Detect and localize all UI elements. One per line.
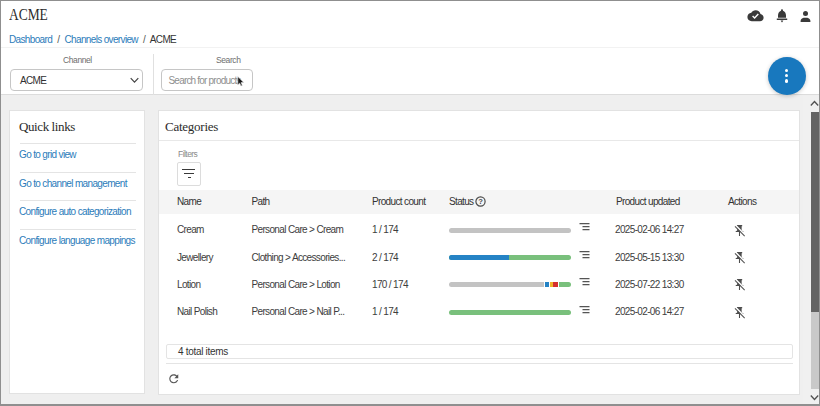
svg-text:?: ? [478,197,483,206]
